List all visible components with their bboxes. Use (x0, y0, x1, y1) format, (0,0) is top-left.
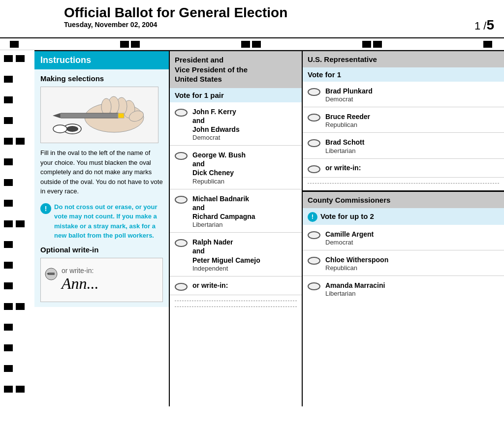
left-mark (4, 282, 13, 289)
candidate-name-nader: Ralph Nader and Peter Miguel Camejo (192, 238, 260, 265)
representative-writein-row: or write-in: (303, 159, 504, 178)
svg-point-4 (101, 98, 111, 115)
page-number: 1 /5 (474, 5, 494, 34)
candidate-info-schott: Brad Schott Libertarian (325, 138, 364, 154)
candidate-oval-argent[interactable] (308, 231, 320, 239)
warning-icon: ! (40, 203, 51, 214)
ballot-header: Official Ballot for General Election Tue… (0, 0, 504, 38)
left-mark (4, 96, 13, 103)
candidate-item-schott: Brad Schott Libertarian (303, 133, 504, 158)
timing-mark (10, 41, 19, 48)
candidate-name-bush: George W. Bush and Dick Cheney (192, 151, 246, 178)
candidate-party-schott: Libertarian (325, 147, 364, 154)
left-mark (4, 386, 13, 393)
candidate-name-argent: Camille Argent (325, 230, 374, 239)
left-mark (16, 303, 25, 310)
instructions-header: Instructions (34, 51, 169, 69)
county-warning-icon: ! (308, 212, 317, 222)
candidate-item-reeder: Bruce Reeder Republican (303, 107, 504, 133)
left-mark (4, 324, 13, 331)
candidate-oval-bush[interactable] (175, 152, 188, 160)
left-mark (4, 344, 13, 351)
candidate-name-witherspoon: Chloe Witherspoon (325, 255, 388, 264)
left-mark (4, 262, 13, 269)
svg-rect-6 (60, 113, 119, 118)
candidate-party-nader: Independent (192, 265, 260, 272)
candidate-oval-witherspoon[interactable] (308, 257, 320, 265)
left-timing-marks (0, 50, 34, 406)
president-candidate-list: John F. Kerry and John Edwards Democrat (170, 102, 302, 314)
candidate-info-marracini: Amanda Marracini Libertarian (325, 281, 385, 297)
dotted-line-rep-1 (308, 180, 499, 184)
timing-mark (373, 41, 382, 48)
candidate-oval-marracini[interactable] (308, 282, 320, 290)
timing-mark (120, 41, 129, 48)
left-mark (4, 117, 13, 124)
instructions-column: Instructions Making selections (34, 51, 170, 406)
main-content: Instructions Making selections (0, 50, 504, 406)
candidate-name-badnarik: Michael Badnarik and Richard Campagna (192, 194, 255, 221)
candidate-oval-nader[interactable] (175, 239, 188, 247)
ballot-columns: Instructions Making selections (34, 50, 504, 406)
candidate-oval-schott[interactable] (308, 139, 320, 147)
president-writein-oval[interactable] (175, 283, 188, 291)
pencil-illustration (40, 87, 158, 143)
svg-rect-8 (118, 113, 124, 118)
candidate-info-witherspoon: Chloe Witherspoon Republican (325, 255, 388, 272)
left-mark (16, 386, 25, 393)
candidate-item-plunkard: Brad Plunkard Democrat (303, 82, 504, 107)
left-mark (4, 365, 13, 372)
candidate-oval-badnarik[interactable] (175, 196, 188, 204)
right-column: U.S. Representative Vote for 1 Brad Plun… (303, 51, 504, 406)
timing-mark (483, 41, 492, 48)
left-mark (4, 200, 13, 207)
candidate-info-kerry: John F. Kerry and John Edwards Democrat (192, 107, 240, 142)
left-mark (4, 76, 13, 83)
timing-bar-top (0, 38, 504, 50)
pencil-svg (45, 91, 154, 140)
president-column: President and Vice President of the Unit… (170, 51, 303, 406)
writein-example-inner: or write-in: Ann... (41, 264, 162, 296)
president-writein-label: or write-in: (192, 281, 228, 289)
instructions-body-text: Fill in the oval to the left of the name… (40, 148, 163, 196)
representative-writein-lines (303, 180, 504, 189)
candidate-party-reeder: Republican (325, 121, 370, 128)
president-writein-row: or write-in: (170, 276, 302, 295)
representative-header: U.S. Representative (303, 51, 504, 67)
ballot-page: Official Ballot for General Election Tue… (0, 0, 504, 406)
president-column-header: President and Vice President of the Unit… (170, 51, 302, 88)
writein-example-box: or write-in: Ann... (40, 258, 163, 302)
candidate-item-argent: Camille Argent Democrat (303, 225, 504, 250)
candidate-info-argent: Camille Argent Democrat (325, 230, 374, 246)
president-writein-lines (170, 297, 302, 314)
candidate-oval-reeder[interactable] (308, 114, 320, 122)
candidate-oval-plunkard[interactable] (308, 88, 320, 96)
making-selections-title: Making selections (40, 74, 163, 83)
candidate-party-plunkard: Democrat (325, 95, 373, 103)
candidate-party-marracini: Libertarian (325, 290, 385, 297)
county-vote-for-label: Vote for up to 2 (320, 212, 374, 220)
representative-writein-oval[interactable] (308, 165, 320, 173)
ballot-date: Tuesday, November 02, 2004 (64, 21, 287, 29)
writein-label: or write-in: (44, 267, 159, 275)
representative-writein-label: or write-in: (325, 164, 361, 172)
candidate-name-reeder: Bruce Reeder (325, 112, 370, 121)
candidate-oval-kerry[interactable] (175, 109, 188, 117)
svg-point-10 (66, 126, 78, 132)
optional-writein-title: Optional write-in (40, 245, 163, 254)
header-title-block: Official Ballot for General Election Tue… (64, 5, 287, 29)
timing-mark (252, 41, 261, 48)
left-mark (4, 55, 13, 62)
left-mark (16, 220, 25, 227)
candidate-party-argent: Democrat (325, 239, 374, 246)
candidate-name-kerry: John F. Kerry and John Edwards (192, 107, 240, 134)
county-candidate-list: Camille Argent Democrat Chloe Witherspoo… (303, 225, 504, 302)
left-mark (16, 55, 25, 62)
representative-candidate-list: Brad Plunkard Democrat Bruce Reeder Repu… (303, 82, 504, 189)
instructions-title: Instructions (40, 55, 91, 65)
candidate-item-marracini: Amanda Marracini Libertarian (303, 276, 504, 301)
candidate-party-bush: Republican (192, 178, 246, 185)
candidate-item-kerry: John F. Kerry and John Edwards Democrat (170, 102, 302, 146)
candidate-party-kerry: Democrat (192, 134, 240, 141)
warning-text: Do not cross out or erase, or your vote … (54, 202, 163, 241)
